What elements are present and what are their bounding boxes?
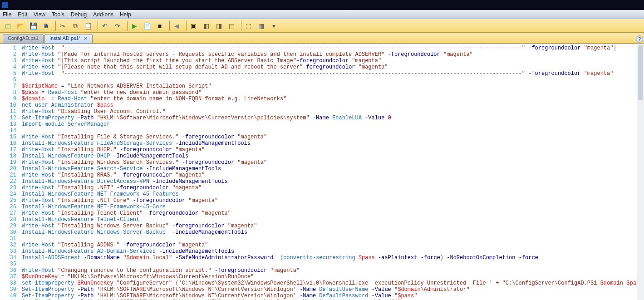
save-icon[interactable]: 💾 (28, 21, 38, 31)
code-line[interactable]: Install-WindowsFeature DHCP -IncludeMana… (22, 153, 642, 159)
code-line[interactable]: Write-Host "|Please note that this scrip… (22, 64, 642, 70)
code-line[interactable] (22, 236, 642, 242)
code-line[interactable]: Write-Host "Installing File & Storage Se… (22, 134, 642, 140)
pane3-icon[interactable]: ▤ (226, 21, 236, 31)
code-line[interactable]: $ScriptName = "Line Networks ADSERVER In… (22, 83, 642, 89)
line-number: 6 (1, 77, 16, 83)
line-number: 7 (1, 83, 16, 89)
menu-view[interactable]: View (34, 11, 45, 18)
code-area[interactable]: Write-Host "----------------------------… (20, 44, 644, 300)
tab-label: ConfigAD.ps1 (8, 35, 39, 41)
copy-icon[interactable]: ⧉ (70, 21, 80, 31)
code-line[interactable] (22, 128, 642, 134)
run-icon[interactable]: ▶ (129, 21, 139, 31)
code-line[interactable]: Install-WindowsFeature AD-Domain-Service… (22, 248, 642, 255)
code-line[interactable]: Install-WindowsFeature Search-Service -I… (22, 166, 642, 172)
code-line[interactable]: Write-Host "Installing .NET Core" -foreg… (22, 197, 642, 204)
menu-debug[interactable]: Debug (71, 11, 87, 18)
toolbar-separator (186, 21, 187, 31)
menu-add-ons[interactable]: Add-ons (93, 11, 113, 18)
code-line[interactable]: Write-Host "Changing runonce to the conf… (22, 267, 642, 274)
code-line[interactable]: Write-Host "Installing RRAS." -foregroun… (22, 172, 642, 178)
code-line[interactable]: $domain = Read-Host "enter the domain na… (22, 96, 642, 102)
menu-edit[interactable]: Edit (18, 11, 27, 18)
line-number: 15 (1, 134, 16, 140)
code-line[interactable]: Write-Host "Installing Telnet-Client" -f… (22, 210, 642, 216)
line-number: 25 (1, 197, 16, 204)
code-line[interactable] (22, 261, 642, 267)
line-number: 9 (1, 96, 16, 102)
code-line[interactable]: Import-module ServerManager (22, 121, 642, 128)
code-line[interactable]: Install-ADDSForest -DomainName "$domain.… (22, 255, 642, 261)
toolbar-separator (127, 21, 128, 31)
code-line[interactable]: Write-Host "|Made for internal hosted se… (22, 51, 642, 58)
line-number: 31 (1, 236, 16, 242)
line-number: 40 (1, 293, 16, 299)
code-line[interactable]: set-itemproperty $RunOnceKey "ConfigureS… (22, 280, 642, 286)
code-line[interactable]: Install-WindowsFeature FileAndStorage-Se… (22, 140, 642, 147)
toolbar-separator (241, 21, 241, 31)
code-line[interactable]: Install-WindowsFeature Telnet-Client (22, 216, 642, 223)
code-line[interactable]: Install-WindowsFeature DirectAccess-VPN … (22, 178, 642, 185)
menu-tools[interactable]: Tools (52, 11, 64, 18)
line-number: 2 (1, 51, 16, 58)
pane2-icon[interactable]: ◨ (214, 21, 224, 31)
line-number: 23 (1, 185, 16, 191)
close-icon[interactable]: ✕ (84, 35, 88, 41)
open-icon[interactable]: 📂 (15, 21, 25, 31)
code-line[interactable]: Set-ItemProperty -Path 'HKLM:\SOFTWARE\M… (22, 293, 642, 299)
toolbar-separator (169, 21, 170, 31)
cut-icon[interactable]: ✂ (58, 21, 68, 31)
window-icon[interactable]: ⬚ (243, 21, 253, 31)
line-number: 22 (1, 178, 16, 185)
tab-installad-ps1-[interactable]: InstallAD.ps1*✕ (44, 34, 93, 43)
line-number: 10 (1, 102, 16, 108)
line-number: 39 (1, 286, 16, 293)
line-number: 27 (1, 210, 16, 216)
line-number: 5 (1, 70, 16, 77)
code-line[interactable]: Write-Host "Installing ADDNS." -foregrou… (22, 242, 642, 248)
stop-icon[interactable]: ■ (155, 21, 165, 31)
code-line[interactable]: net user Administrator $pass (22, 102, 642, 108)
code-line[interactable]: Set-ItemProperty -Path "HKLM:\Software\M… (22, 115, 642, 121)
code-line[interactable]: Write-Host "Disabling User Account Contr… (22, 108, 642, 115)
code-line[interactable]: Install-WindowsFeature NET-Framework-45-… (22, 204, 642, 210)
toolbar-separator (98, 21, 98, 31)
code-line[interactable]: $pass = Read-Host "enter the new domain … (22, 89, 642, 96)
console-icon[interactable]: ▣ (188, 21, 198, 31)
line-number: 24 (1, 191, 16, 197)
line-number: 30 (1, 229, 16, 236)
code-line[interactable]: Install-WindowsFeature Windows-Server-Ba… (22, 229, 642, 236)
redo-icon[interactable]: ↷ (113, 21, 123, 31)
tab-configad-ps1[interactable]: ConfigAD.ps1 (3, 34, 44, 43)
line-number: 29 (1, 223, 16, 229)
paste-icon[interactable]: 📋 (83, 21, 93, 31)
menubar: FileEditViewToolsDebugAdd-onsHelp (0, 10, 644, 19)
code-line[interactable]: $RunOnceKey = "HKLM:\Software\Microsoft\… (22, 274, 642, 280)
undo-icon[interactable]: ↶ (100, 21, 110, 31)
code-line[interactable]: Set-ItemProperty -Path 'HKLM:\SOFTWARE\M… (22, 286, 642, 293)
vertical-scrollbar[interactable] (637, 44, 644, 300)
scrollbar-thumb[interactable] (638, 45, 643, 100)
code-line[interactable]: Install-WindowsFeature NET-Framework-45-… (22, 191, 642, 197)
code-line[interactable] (22, 77, 642, 83)
new-icon[interactable]: ▢ (3, 21, 13, 31)
line-number: 34 (1, 255, 16, 261)
pane1-icon[interactable]: ◧ (201, 21, 211, 31)
run-file-icon[interactable]: 📄 (142, 21, 152, 31)
back-icon[interactable]: ◀ (172, 21, 182, 31)
menu-help[interactable]: Help (120, 11, 131, 18)
code-line[interactable]: Write-Host "Installing Windows Search Se… (22, 159, 642, 166)
line-number: 18 (1, 153, 16, 159)
code-line[interactable]: Write-Host "----------------------------… (22, 45, 642, 51)
code-line[interactable]: Write-Host "Installing .NET" -foreground… (22, 185, 642, 191)
code-line[interactable]: Write-Host "Installing DHCP." -foregroun… (22, 147, 642, 153)
code-line[interactable]: Write-Host "Installing Windows Server Ba… (22, 223, 642, 229)
dock-icon[interactable]: ▦ (256, 21, 266, 31)
menu-file[interactable]: File (3, 11, 11, 18)
save-all-icon[interactable]: 🗎 (41, 21, 51, 31)
help-icon[interactable]: ? (636, 35, 643, 43)
code-line[interactable]: Write-Host "|This script launched the fi… (22, 58, 642, 64)
more-icon[interactable]: ▾ (269, 21, 279, 31)
code-line[interactable]: Write-Host "----------------------------… (22, 70, 642, 77)
